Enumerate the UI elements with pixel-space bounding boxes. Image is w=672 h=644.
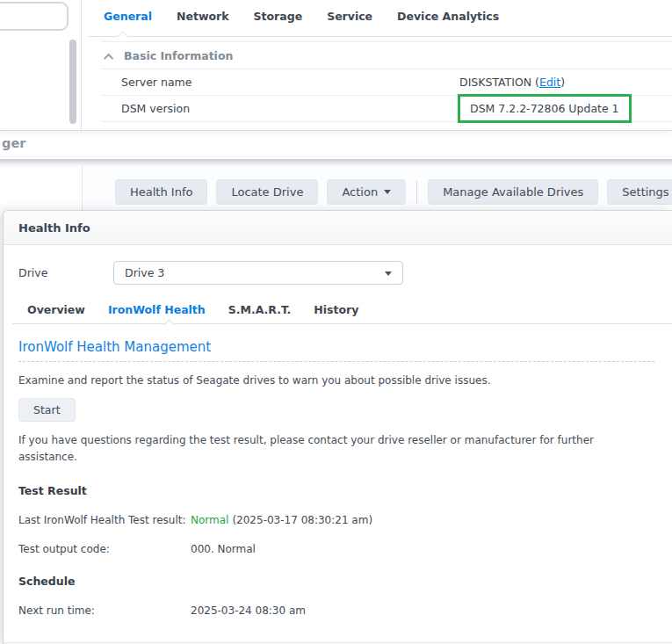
server-name-row: Server name DISKSTATION (Edit)	[101, 69, 672, 96]
status-badge: Normal	[191, 514, 228, 526]
dsm-version-highlight-box: DSM 7.2.2-72806 Update 1	[458, 94, 632, 123]
chevron-down-icon	[385, 271, 392, 276]
toolbar-separator	[416, 181, 417, 204]
control-panel-tabs: General Network Storage Service Device A…	[104, 10, 499, 23]
tab-history[interactable]: History	[314, 303, 358, 316]
dialog-title: Health Info	[18, 221, 90, 235]
drive-label: Drive	[18, 266, 113, 279]
dsm-version-value: DSM 7.2.2-72806 Update 1	[470, 102, 619, 115]
tab-service[interactable]: Service	[327, 10, 372, 23]
action-dropdown-button[interactable]: Action	[327, 179, 406, 205]
health-info-button[interactable]: Health Info	[115, 179, 207, 205]
toolbar-top-shadow	[0, 159, 672, 167]
active-tab-notch	[117, 31, 128, 42]
chevron-down-icon	[384, 190, 391, 194]
start-button[interactable]: Start	[18, 398, 76, 422]
dialog-header: Health Info	[4, 211, 672, 245]
output-code-label: Test output code:	[18, 543, 191, 555]
basic-information-title: Basic Information	[124, 49, 233, 62]
search-input[interactable]	[0, 2, 69, 31]
dsm-version-label: DSM version	[121, 102, 190, 115]
edit-server-name-link[interactable]: Edit	[539, 76, 560, 89]
tab-ironwolf-health[interactable]: IronWolf Health	[108, 303, 206, 316]
tab-general[interactable]: General	[104, 10, 152, 23]
tab-overview[interactable]: Overview	[27, 303, 85, 316]
next-run-value: 2025-03-24 08:30 am	[191, 604, 306, 617]
last-test-value: Normal(2025-03-17 08:30:21 am)	[191, 514, 372, 526]
output-code-row: Test output code: 000. Normal	[18, 543, 654, 555]
last-test-label: Last IronWolf Health Test result:	[18, 514, 191, 526]
test-result-heading: Test Result	[18, 484, 654, 497]
health-info-dialog: Health Info Drive Drive 3 Overview IronW…	[3, 210, 672, 644]
drive-select-row: Drive Drive 3	[18, 261, 654, 285]
dialog-tab-underline	[12, 323, 672, 324]
collapse-chevron-icon	[104, 53, 113, 62]
output-code-value: 000. Normal	[191, 543, 256, 555]
dsm-version-row: DSM version DSM 7.2.2-72806 Update 1	[101, 96, 672, 122]
basic-information-header[interactable]: Basic Information	[101, 41, 672, 69]
settings-button[interactable]: Settings	[607, 179, 672, 205]
tab-underline	[88, 36, 672, 37]
action-button-label: Action	[342, 185, 378, 199]
note-text: If you have questions regarding the test…	[18, 432, 644, 465]
next-run-label: Next run time:	[18, 604, 191, 617]
dialog-active-tab-notch	[163, 319, 175, 330]
last-test-timestamp: (2025-03-17 08:30:21 am)	[232, 514, 372, 526]
section-title: IronWolf Health Management	[18, 339, 654, 362]
screen: ger Health Info Locate Drive Action Mana…	[0, 0, 672, 644]
server-name-value: DISKSTATION (Edit)	[459, 76, 565, 89]
storage-manager-title-fragment: ger	[2, 136, 25, 150]
locate-drive-button[interactable]: Locate Drive	[216, 179, 318, 205]
tab-storage[interactable]: Storage	[254, 10, 303, 23]
drive-select-value: Drive 3	[125, 266, 164, 279]
panel-divider	[81, 0, 82, 130]
server-name-text: DISKSTATION (	[459, 76, 539, 89]
next-run-row: Next run time: 2025-03-24 08:30 am	[18, 604, 654, 617]
server-name-text-suffix: )	[560, 76, 565, 89]
drive-select[interactable]: Drive 3	[113, 261, 403, 285]
control-panel-window: General Network Storage Service Device A…	[0, 0, 672, 130]
tab-device-analytics[interactable]: Device Analytics	[397, 10, 499, 23]
dialog-tabs: Overview IronWolf Health S.M.A.R.T. Hist…	[27, 303, 654, 324]
locate-drive-button-label: Locate Drive	[231, 185, 303, 199]
toolbar-button-row: Health Info Locate Drive Action Manage A…	[115, 179, 672, 205]
basic-information-section: Basic Information Server name DISKSTATIO…	[101, 41, 672, 122]
server-name-label: Server name	[121, 76, 191, 89]
sidebar-scrollbar[interactable]	[69, 40, 76, 124]
manage-available-drives-button[interactable]: Manage Available Drives	[428, 179, 598, 205]
tab-network[interactable]: Network	[177, 10, 229, 23]
schedule-heading: Schedule	[18, 575, 654, 588]
description-text: Examine and report the status of Seagate…	[18, 374, 654, 387]
start-button-label: Start	[33, 403, 61, 416]
dialog-body: Drive Drive 3 Overview IronWolf Health S…	[4, 245, 672, 617]
settings-button-label: Settings	[622, 185, 668, 199]
tab-smart[interactable]: S.M.A.R.T.	[228, 303, 292, 316]
health-info-button-label: Health Info	[130, 185, 192, 199]
manage-available-drives-label: Manage Available Drives	[443, 185, 583, 199]
last-test-row: Last IronWolf Health Test result: Normal…	[18, 514, 654, 526]
